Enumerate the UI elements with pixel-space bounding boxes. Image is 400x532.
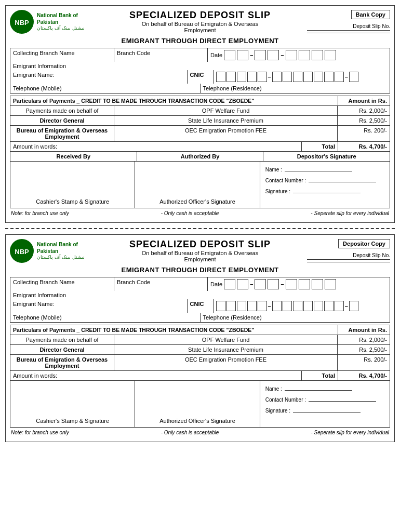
slip2-total-label: Total	[301, 371, 338, 380]
slip1-branch-row: Collecting Branch Name Branch Code Date …	[10, 48, 390, 62]
slip1-cnic-box10[interactable]	[314, 72, 323, 82]
slip1-contact-line	[309, 182, 376, 182]
slip1-particulars-header: Particulars of Payments _ CREDIT TO BE M…	[10, 96, 390, 106]
slip1-title: SPECIALIZED DEPOSIT SLIP On behalf of Bu…	[93, 10, 307, 33]
slip1-auth-officer-cell: Authorized Officer's Signature	[135, 162, 260, 208]
slip1-date-box1[interactable]	[224, 50, 235, 60]
slip2-amount-header: Amount in Rs.	[338, 325, 390, 335]
slip2-main-title: SPECIALIZED DEPOSIT SLIP	[93, 239, 307, 250]
slip1-cnic-box3[interactable]	[237, 72, 246, 82]
slip2-copy-area: Depositor Copy Deposit Slip No.	[307, 239, 390, 262]
slip1-cnic-dash2: –	[345, 74, 348, 80]
slip2-date-box5[interactable]	[286, 279, 297, 289]
slip2-sig-body-row: Cashier's Stamp & Signature Authorized O…	[10, 381, 390, 428]
slip2-date-box2[interactable]	[237, 279, 248, 289]
slip2-signature-line	[293, 412, 361, 413]
slip2-cnic-box7[interactable]	[283, 301, 292, 311]
slip1-date-box4[interactable]	[268, 50, 279, 60]
slip1-contact-label: Contact Number :	[265, 178, 306, 183]
slip2-cnic-dash2: –	[345, 303, 348, 309]
slip2-bank-name: National Bank of Pakistan	[37, 241, 93, 255]
slip1-total-label: Total	[301, 142, 338, 151]
slip1-telephone-row: Telephone (Mobile) Telephone (Residence)	[10, 84, 390, 94]
slip1-name-label: Name :	[265, 167, 282, 172]
slip2-cnic-box10[interactable]	[314, 301, 323, 311]
slip1-cnic-box12[interactable]	[335, 72, 344, 82]
slip1-cnic-box8[interactable]	[293, 72, 302, 82]
slip1-amount-header: Amount in Rs.	[338, 96, 390, 105]
slip2-cnic-box2[interactable]	[226, 301, 236, 311]
nbp-logo: NBP	[10, 10, 34, 34]
slip1-copy-area: Bank Copy Deposit Slip No.	[307, 10, 390, 33]
slip2-bank-urdu: نیشنل بینک آف پاکستان	[37, 255, 93, 261]
slip2-contact-field: Contact Number :	[265, 397, 376, 403]
slip1-depositor-sig-cell: Name : Contact Number : Signature :	[260, 162, 390, 208]
slip1-note3: - Seperate slip for every individual	[311, 210, 389, 216]
slip1-cnic-box11[interactable]	[324, 72, 334, 82]
slip2-cnic-box1[interactable]	[216, 301, 225, 311]
slip2-sub-title1: On behalf of Bureau of Emigraton & Overs…	[93, 250, 307, 256]
slip1-cnic-box13[interactable]	[349, 72, 358, 82]
slip1-sli-amount: Rs. 2,500/-	[338, 116, 390, 125]
slip1-date-box5[interactable]	[286, 50, 297, 60]
slip2-telephone-residence: Telephone (Residence)	[201, 313, 390, 322]
slip2-sli-label: State Life Insurance Premium	[114, 345, 338, 354]
slip2-deposit-slip-label: Deposit Slip No.	[307, 252, 390, 260]
slip1-cnic-box7[interactable]	[283, 72, 292, 82]
slip1-note1: Note: for branch use only	[11, 210, 69, 216]
slip1-cnic-box4[interactable]	[247, 72, 257, 82]
slip2-section-title: EMIGRANT THROUGH DIRECT EMPLOYMENT	[10, 266, 390, 274]
slip1-cashier-label: Cashier's Stamp & Signature	[36, 198, 109, 205]
slip2-emigrant-info-label: Emigrant Information	[10, 291, 390, 299]
slip2-particulars-title: Particulars of Payments _ CREDIT TO BE M…	[10, 325, 338, 335]
slip2-cnic-box4[interactable]	[247, 301, 257, 311]
slip2-cnic-boxes: – –	[214, 299, 390, 313]
slip1-cnic-box1[interactable]	[216, 72, 225, 82]
slip2-cnic-box12[interactable]	[335, 301, 344, 311]
slip1-contact-field: Contact Number :	[265, 178, 376, 183]
slip1-cnic-box2[interactable]	[226, 72, 236, 82]
slip2-emigrant-name-label: Emigrant Name:	[10, 299, 188, 313]
slip1-date-box8[interactable]	[325, 50, 336, 60]
slip1-sig-body-row: Cashier's Stamp & Signature Authorized O…	[10, 162, 390, 208]
slip1-date-box6[interactable]	[299, 50, 310, 60]
slip2-cnic-box3[interactable]	[237, 301, 246, 311]
slip2-cnic-box13[interactable]	[349, 301, 358, 311]
slip2-branch-code: Branch Code	[114, 277, 208, 291]
slip2-date-box6[interactable]	[299, 279, 310, 289]
slip1-date-box2[interactable]	[237, 50, 248, 60]
slip2-cnic-box9[interactable]	[303, 301, 313, 311]
slip2-opf-amount: Rs. 2,000/-	[338, 335, 390, 344]
slip2-date-box7[interactable]	[312, 279, 323, 289]
slip1-received-by-header: Received By	[10, 152, 137, 161]
slip2-header: NBP National Bank of Pakistan نیشنل بینک…	[10, 239, 390, 263]
slip2-cashier-cell: Cashier's Stamp & Signature	[10, 381, 135, 427]
bank-name: National Bank of Pakistan	[37, 12, 93, 25]
slip2-cnic-box5[interactable]	[258, 301, 267, 311]
slip1-signature-label: Signature :	[265, 189, 290, 194]
slip2-date-box8[interactable]	[325, 279, 336, 289]
slip1-cnic-box5[interactable]	[258, 72, 267, 82]
slip2-cnic-box8[interactable]	[293, 301, 302, 311]
slip1-oec-amount: Rs. 200/-	[338, 126, 390, 141]
slip1-date-box7[interactable]	[312, 50, 323, 60]
slip1-cnic-box6[interactable]	[272, 72, 282, 82]
slip1-cnic-dash1: –	[268, 74, 271, 80]
slip2-cnic-box6[interactable]	[272, 301, 282, 311]
slip2-cashier-label: Cashier's Stamp & Signature	[36, 418, 109, 424]
slip1-branch-code: Branch Code	[114, 48, 208, 62]
slip2-date-box3[interactable]	[255, 279, 266, 289]
slip2-cnic-box11[interactable]	[324, 301, 334, 311]
slip2-date-box4[interactable]	[268, 279, 279, 289]
slip1-cnic-box9[interactable]	[303, 72, 313, 82]
slip2-copy-type: Depositor Copy	[338, 239, 390, 248]
slip2-auth-officer-cell: Authorized Officer's Signature	[135, 381, 260, 427]
slip2-signature-label: Signature :	[265, 408, 290, 414]
slip1-payment-row2: Director General State Life Insurance Pr…	[10, 116, 390, 126]
slip1-date-box3[interactable]	[255, 50, 266, 60]
slip1-payment-row3: Bureau of Emigration & Overseas Employme…	[10, 126, 390, 142]
slip2-date-box1[interactable]	[224, 279, 235, 289]
slip1-total-amount: Rs. 4,700/-	[338, 142, 390, 151]
slip1-payment-row1: Payments made on behalf of OPF Welfare F…	[10, 106, 390, 116]
slip1-date-dash2: –	[281, 52, 284, 58]
